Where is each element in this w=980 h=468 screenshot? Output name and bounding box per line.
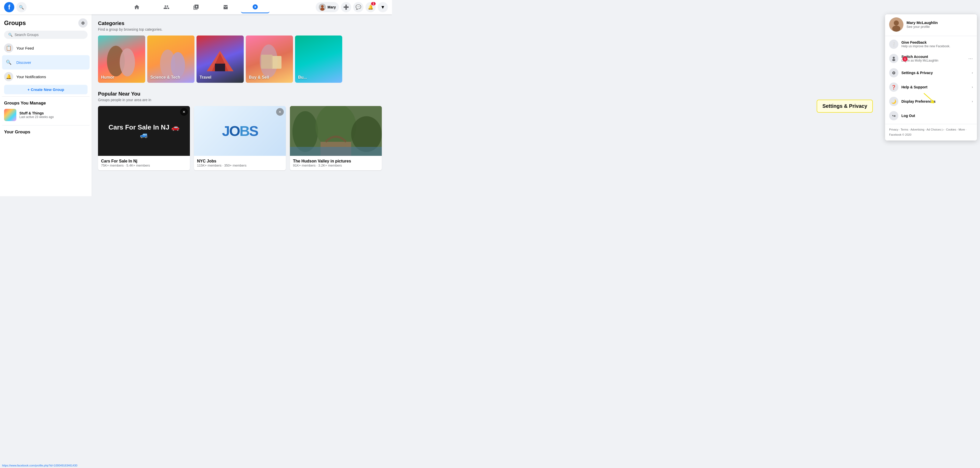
nav-left: f 🔍 <box>4 2 27 12</box>
card-name: Cars For Sale In Nj <box>101 159 187 163</box>
left-sidebar: Groups ⚙ 🔍 Search Groups 📋 Your Feed 🔍 D… <box>0 14 92 196</box>
nav-center-icons <box>123 1 269 13</box>
popular-title: Popular Near You <box>98 91 386 97</box>
svg-point-13 <box>293 111 318 152</box>
card-image-jobs: JOBS <box>194 106 286 156</box>
category-travel[interactable]: Travel <box>197 35 244 83</box>
sidebar-title: Groups <box>4 19 26 27</box>
messenger-button[interactable]: 💬 <box>353 2 363 12</box>
main-layout: Groups ⚙ 🔍 Search Groups 📋 Your Feed 🔍 D… <box>0 14 392 196</box>
search-button[interactable]: 🔍 <box>16 2 27 12</box>
sidebar-item-notifications[interactable]: 🔔 Your Notifications <box>2 69 89 84</box>
popular-grid: Cars For Sale In NJ 🚗🚙 ✕ Cars For Sale I… <box>98 106 386 170</box>
card-body-2: NYC Jobs 115K+ members · 350+ members <box>194 156 286 170</box>
svg-point-0 <box>321 5 324 8</box>
category-humor-label: Humor <box>101 75 115 80</box>
manage-groups-title: Groups You Manage <box>2 99 89 107</box>
nav-right: Mary ➕ 💬 🔔 1 ▼ <box>316 2 388 12</box>
sidebar-item-discover[interactable]: 🔍 Discover <box>2 55 89 69</box>
search-icon: 🔍 <box>8 33 13 37</box>
category-humor[interactable]: Humor <box>98 35 145 83</box>
create-group-button[interactable]: + Create New Group <box>4 85 88 94</box>
group-name: Stuff & Things <box>19 111 54 115</box>
nav-friends-button[interactable] <box>152 1 181 13</box>
categories-subtitle: Find a group by browsing top categories. <box>98 27 386 32</box>
category-travel-label: Travel <box>200 75 211 80</box>
sidebar-item-label: Your Notifications <box>16 75 46 79</box>
profile-name: Mary <box>328 5 336 9</box>
notifications-icon: 🔔 <box>4 72 13 81</box>
sidebar-settings-button[interactable]: ⚙ <box>78 18 88 27</box>
facebook-logo[interactable]: f <box>4 2 14 12</box>
groups-search-box[interactable]: 🔍 Search Groups <box>4 31 88 39</box>
category-extra-label: Bu... <box>298 75 307 80</box>
svg-point-1 <box>320 8 325 11</box>
add-button[interactable]: ➕ <box>341 2 351 12</box>
discover-icon: 🔍 <box>4 58 13 67</box>
svg-point-15 <box>351 116 382 152</box>
card-name-3: The Hudson Valley in pictures <box>293 159 379 163</box>
popular-card-hudson[interactable]: The Hudson Valley in pictures 91K+ membe… <box>290 106 382 170</box>
popular-card-cars[interactable]: Cars For Sale In NJ 🚗🚙 ✕ Cars For Sale I… <box>98 106 190 170</box>
popular-section: Popular Near You Groups people in your a… <box>98 91 386 170</box>
group-thumbnail <box>4 109 16 121</box>
managed-group-item[interactable]: Stuff & Things Last active 23 weeks ago <box>2 107 89 123</box>
sidebar-item-feed[interactable]: 📋 Your Feed <box>2 41 89 55</box>
group-info: Stuff & Things Last active 23 weeks ago <box>19 111 54 119</box>
main-content: Categories Find a group by browsing top … <box>92 14 392 196</box>
svg-point-3 <box>120 48 135 77</box>
category-science[interactable]: Science & Tech <box>147 35 194 83</box>
categories-title: Categories <box>98 21 386 26</box>
your-groups-title: Your Groups <box>2 128 89 136</box>
nav-watch-button[interactable] <box>182 1 210 13</box>
popular-card-jobs[interactable]: JOBS ✕ NYC Jobs 115K+ members · 350+ mem… <box>194 106 286 170</box>
card-close-button-2[interactable]: ✕ <box>276 108 284 116</box>
card-meta-3: 91K+ members · 3.2K+ members <box>293 163 379 167</box>
svg-rect-17 <box>290 147 382 156</box>
profile-avatar <box>319 3 326 11</box>
sidebar-item-label: Discover <box>16 60 31 65</box>
sidebar-item-label: Your Feed <box>16 46 34 50</box>
divider <box>2 96 89 97</box>
card-close-button[interactable]: ✕ <box>180 108 188 116</box>
svg-point-5 <box>171 52 185 78</box>
search-placeholder: Search Groups <box>14 33 38 37</box>
svg-rect-11 <box>261 55 272 69</box>
popular-subtitle: Groups people in your area are in <box>98 98 386 102</box>
profile-button[interactable]: Mary <box>316 2 339 12</box>
notification-badge: 1 <box>371 2 375 5</box>
group-meta: Last active 23 weeks ago <box>19 115 54 119</box>
category-extra[interactable]: Bu... <box>295 35 342 83</box>
category-buysell-label: Buy & Sell <box>249 75 269 80</box>
category-buysell[interactable]: Buy & Sell <box>246 35 293 83</box>
svg-rect-10 <box>271 56 282 69</box>
categories-section: Categories Find a group by browsing top … <box>98 21 386 83</box>
card-image-hudson <box>290 106 382 156</box>
menu-button[interactable]: ▼ <box>378 2 388 12</box>
create-group-label: + Create New Group <box>27 87 64 92</box>
sidebar-header: Groups ⚙ <box>2 18 89 31</box>
nav-marketplace-button[interactable] <box>211 1 240 13</box>
card-meta: 75K+ members · 5.4K+ members <box>101 163 187 167</box>
card-meta-2: 115K+ members · 350+ members <box>197 163 283 167</box>
svg-rect-8 <box>215 64 225 71</box>
nav-groups-button[interactable] <box>241 1 269 13</box>
card-body: Cars For Sale In Nj 75K+ members · 5.4K+… <box>98 156 190 170</box>
card-body-3: The Hudson Valley in pictures 91K+ membe… <box>290 156 382 170</box>
top-navigation: f 🔍 Mary ➕ 💬 🔔 1 ▼ <box>0 0 392 14</box>
category-science-label: Science & Tech <box>150 75 180 80</box>
nav-home-button[interactable] <box>123 1 151 13</box>
card-name-2: NYC Jobs <box>197 159 283 163</box>
card-image-cars: Cars For Sale In NJ 🚗🚙 <box>98 106 190 156</box>
feed-icon: 📋 <box>4 43 13 53</box>
categories-grid: Humor Science & Tech <box>98 35 386 83</box>
notifications-button[interactable]: 🔔 1 <box>366 2 375 12</box>
